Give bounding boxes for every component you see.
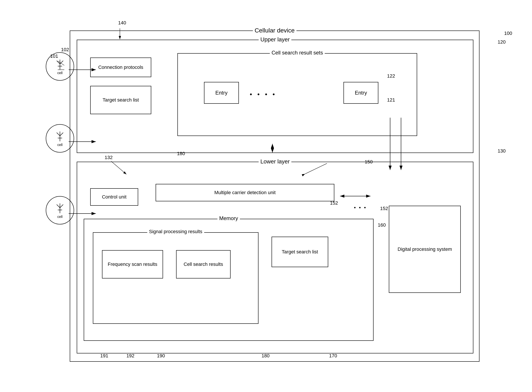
cell-label-2: cell <box>57 143 63 147</box>
ref-101: 101 <box>50 53 58 59</box>
ref-120: 120 <box>498 39 506 45</box>
svg-line-27 <box>57 205 60 208</box>
ref-102: 102 <box>61 47 69 52</box>
entry-label-1: Entry <box>215 90 228 96</box>
cell-label-1: cell <box>57 71 63 75</box>
ref-140: 140 <box>118 20 126 26</box>
target-search-list-upper-label: Target search list <box>103 97 139 103</box>
cell-search-results-box: Cell search results <box>176 250 231 279</box>
memory-label: Memory <box>218 215 240 221</box>
ref-100: 100 <box>504 31 512 36</box>
cell-search-result-sets-label: Cell search result sets <box>270 50 325 56</box>
entry-box-2: Entry <box>344 82 378 104</box>
svg-line-28 <box>60 205 63 208</box>
upper-layer-label: Upper layer <box>259 36 291 43</box>
entry-label-2: Entry <box>355 90 367 96</box>
ref-152a: 152 <box>330 200 338 206</box>
connection-protocols-label: Connection protocols <box>98 65 143 70</box>
connection-protocols-box: Connection protocols <box>90 57 151 77</box>
cell-label-3: cell <box>57 215 63 219</box>
ref-180a: 180 <box>177 151 185 156</box>
svg-line-18 <box>60 61 63 64</box>
signal-processing-results-box: Signal processing results Frequency scan… <box>93 232 258 324</box>
svg-line-23 <box>60 133 63 136</box>
target-search-list-lower-label: Target search list <box>282 249 318 255</box>
mcdu-box: Multiple carrier detection unit <box>156 184 334 201</box>
ref-152b: 152 <box>380 206 388 211</box>
antenna-icon-1 <box>53 58 66 71</box>
lower-layer-box: Lower layer Control unit Multiple carrie… <box>77 162 473 353</box>
ref-122: 122 <box>387 73 395 79</box>
control-unit-box: Control unit <box>90 188 138 206</box>
ref-190: 190 <box>157 353 165 359</box>
svg-line-17 <box>57 61 60 64</box>
ref-191: 191 <box>100 353 108 359</box>
mcdu-label: Multiple carrier detection unit <box>214 190 275 196</box>
cell-search-result-sets-box: Cell search result sets Entry • • • • En… <box>177 53 417 136</box>
mcdu-dots: • • • <box>354 205 367 211</box>
signal-processing-label: Signal processing results <box>147 229 204 234</box>
cellular-device-label: Cellular device <box>253 27 296 34</box>
ref-130: 130 <box>498 148 506 154</box>
ref-121: 121 <box>387 97 395 103</box>
target-search-list-lower-box: Target search list <box>271 237 328 267</box>
svg-line-22 <box>57 133 60 136</box>
ref-132: 132 <box>105 155 113 160</box>
ref-180b: 180 <box>261 353 270 359</box>
entry-dots: • • • • <box>250 91 277 98</box>
cell-search-results-label: Cell search results <box>184 261 223 267</box>
upper-layer-box: Upper layer Connection protocols Target … <box>77 40 473 153</box>
memory-box: Memory Signal processing results Frequen… <box>84 219 373 341</box>
digital-processing-label: Digital processing system <box>397 247 452 252</box>
ref-150: 150 <box>365 159 373 165</box>
freq-scan-results-box: Frequency scan results <box>102 250 163 279</box>
antenna-icon-3 <box>53 202 66 215</box>
diagram-container: cell cell cell 101 1 <box>44 13 512 375</box>
control-unit-label: Control unit <box>102 194 127 200</box>
ref-170: 170 <box>329 353 337 359</box>
digital-processing-box: Digital processing system <box>389 206 461 293</box>
target-search-list-upper-box: Target search list <box>90 86 151 114</box>
ref-192: 192 <box>126 353 135 359</box>
entry-box-1: Entry <box>204 82 239 104</box>
lower-layer-label: Lower layer <box>259 158 291 165</box>
antenna-icon-2 <box>53 130 66 143</box>
freq-scan-results-label: Frequency scan results <box>108 261 157 267</box>
cellular-device-box: Cellular device Upper layer Connection p… <box>70 31 480 362</box>
ref-160: 160 <box>378 222 386 228</box>
